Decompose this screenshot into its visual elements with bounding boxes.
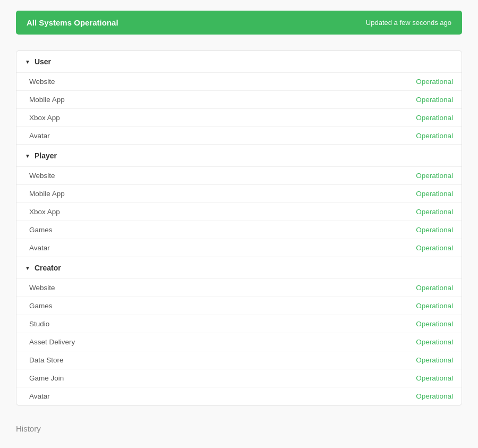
item-name: Game Join bbox=[29, 374, 64, 382]
category-header-creator[interactable]: ▼Creator bbox=[16, 257, 462, 278]
item-status: Operational bbox=[416, 226, 453, 234]
list-item: Xbox App Operational bbox=[16, 108, 462, 126]
list-item: Website Operational bbox=[16, 278, 462, 297]
item-status: Operational bbox=[416, 132, 453, 140]
item-status: Operational bbox=[416, 356, 453, 364]
list-item: Mobile App Operational bbox=[16, 184, 462, 202]
list-item: Avatar Operational bbox=[16, 387, 462, 405]
category-header-player[interactable]: ▼Player bbox=[16, 145, 462, 166]
item-status: Operational bbox=[416, 208, 453, 216]
chevron-down-icon: ▼ bbox=[25, 153, 30, 159]
item-status: Operational bbox=[416, 96, 453, 104]
status-banner: All Systems Operational Updated a few se… bbox=[16, 11, 462, 35]
item-status: Operational bbox=[416, 302, 453, 310]
status-banner-updated: Updated a few seconds ago bbox=[366, 19, 451, 27]
item-name: Avatar bbox=[29, 392, 50, 400]
list-item: Data Store Operational bbox=[16, 351, 462, 369]
item-status: Operational bbox=[416, 172, 453, 180]
list-item: Asset Delivery Operational bbox=[16, 333, 462, 351]
status-banner-title: All Systems Operational bbox=[27, 18, 118, 27]
list-item: Website Operational bbox=[16, 166, 462, 184]
item-status: Operational bbox=[416, 190, 453, 198]
list-item: Games Operational bbox=[16, 221, 462, 239]
item-name: Website bbox=[29, 78, 55, 86]
category-name: User bbox=[35, 57, 51, 66]
list-item: Game Join Operational bbox=[16, 369, 462, 387]
category-name: Creator bbox=[35, 264, 61, 272]
history-section: History No incidents in the last 30 days bbox=[16, 424, 462, 448]
item-name: Xbox App bbox=[29, 208, 60, 216]
item-name: Mobile App bbox=[29, 190, 65, 198]
systems-container: ▼User Website Operational Mobile App Ope… bbox=[16, 50, 462, 405]
item-status: Operational bbox=[416, 244, 453, 252]
item-name: Mobile App bbox=[29, 96, 65, 104]
item-status: Operational bbox=[416, 338, 453, 346]
category-user: ▼User Website Operational Mobile App Ope… bbox=[16, 51, 462, 145]
item-name: Avatar bbox=[29, 244, 50, 252]
no-incidents-text: No incidents in the last 30 days bbox=[16, 444, 462, 448]
item-name: Data Store bbox=[29, 356, 64, 364]
item-name: Website bbox=[29, 172, 55, 180]
item-status: Operational bbox=[416, 320, 453, 328]
item-status: Operational bbox=[416, 78, 453, 86]
list-item: Website Operational bbox=[16, 72, 462, 90]
history-title: History bbox=[16, 424, 462, 433]
page-wrapper: All Systems Operational Updated a few se… bbox=[0, 0, 478, 448]
chevron-down-icon: ▼ bbox=[25, 59, 30, 65]
item-status: Operational bbox=[416, 114, 453, 122]
item-name: Games bbox=[29, 302, 53, 310]
category-name: Player bbox=[35, 151, 57, 160]
item-status: Operational bbox=[416, 284, 453, 292]
category-player: ▼Player Website Operational Mobile App O… bbox=[16, 145, 462, 257]
chevron-down-icon: ▼ bbox=[25, 265, 30, 271]
list-item: Xbox App Operational bbox=[16, 202, 462, 221]
list-item: Mobile App Operational bbox=[16, 90, 462, 108]
item-name: Avatar bbox=[29, 132, 50, 140]
item-status: Operational bbox=[416, 374, 453, 382]
item-name: Xbox App bbox=[29, 114, 60, 122]
item-name: Website bbox=[29, 284, 55, 292]
item-status: Operational bbox=[416, 392, 453, 400]
list-item: Avatar Operational bbox=[16, 126, 462, 145]
list-item: Games Operational bbox=[16, 297, 462, 315]
item-name: Studio bbox=[29, 320, 49, 328]
list-item: Studio Operational bbox=[16, 315, 462, 333]
list-item: Avatar Operational bbox=[16, 239, 462, 257]
item-name: Asset Delivery bbox=[29, 338, 75, 346]
category-header-user[interactable]: ▼User bbox=[16, 51, 462, 72]
category-creator: ▼Creator Website Operational Games Opera… bbox=[16, 257, 462, 405]
item-name: Games bbox=[29, 226, 53, 234]
